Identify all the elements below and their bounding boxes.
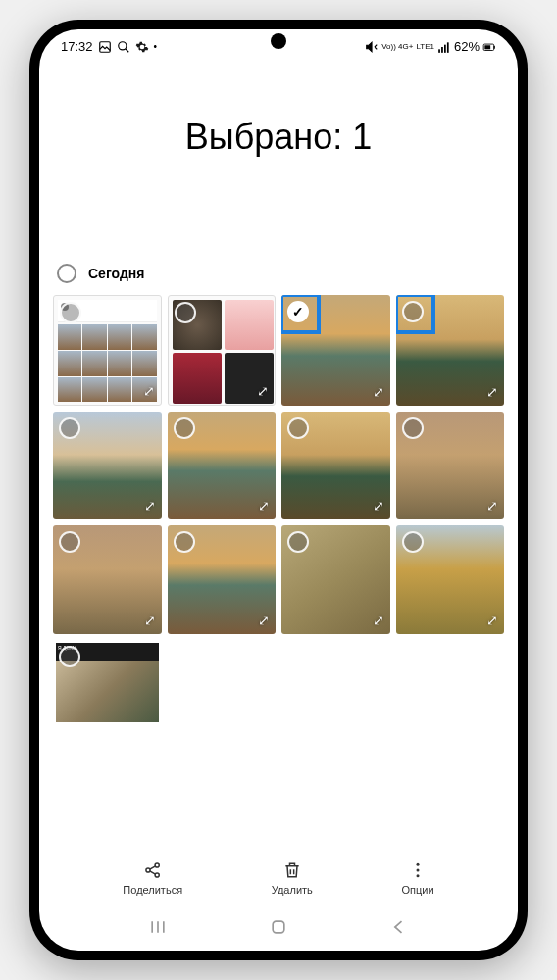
search-icon xyxy=(117,40,130,54)
photo-thumbnail[interactable]: Я ДОМА xyxy=(53,640,162,749)
photo-thumbnail[interactable]: ⤢ xyxy=(168,295,277,406)
section-title: Сегодня xyxy=(88,266,144,281)
svg-point-12 xyxy=(417,863,420,866)
select-checkbox[interactable] xyxy=(287,531,309,553)
options-button[interactable]: Опции xyxy=(402,860,434,896)
battery-label: 62% xyxy=(454,39,480,54)
svg-point-13 xyxy=(417,869,420,872)
phone-frame: 17:32 • Vo)) 4G+ LTE1 xyxy=(29,20,528,960)
more-vertical-icon xyxy=(408,860,428,880)
select-checkbox[interactable] xyxy=(59,646,80,667)
select-checkbox[interactable] xyxy=(59,417,80,439)
bottom-action-bar: Поделиться Удалить Опции xyxy=(39,849,518,904)
photo-grid: ⤢⤢⤢⤢⤢⤢⤢⤢⤢⤢⤢⤢Я ДОМА xyxy=(39,291,518,752)
select-checkbox[interactable] xyxy=(402,531,424,553)
trash-icon xyxy=(282,860,302,880)
expand-icon[interactable]: ⤢ xyxy=(486,384,498,400)
photo-thumbnail[interactable]: ⤢ xyxy=(53,412,162,520)
battery-icon xyxy=(482,40,496,54)
share-icon xyxy=(143,860,163,880)
svg-rect-8 xyxy=(494,45,495,48)
select-checkbox[interactable] xyxy=(402,301,424,322)
status-right: Vo)) 4G+ LTE1 62% xyxy=(365,39,496,54)
photo-thumbnail[interactable]: ⤢ xyxy=(396,525,505,634)
svg-point-1 xyxy=(118,41,126,49)
select-checkbox[interactable] xyxy=(174,531,195,553)
delete-label: Удалить xyxy=(272,884,313,896)
home-button[interactable] xyxy=(269,917,288,937)
select-checkbox[interactable] xyxy=(60,302,81,323)
delete-button[interactable]: Удалить xyxy=(272,860,313,896)
expand-icon[interactable]: ⤢ xyxy=(258,612,270,628)
back-button[interactable] xyxy=(389,917,409,937)
svg-rect-3 xyxy=(441,47,443,53)
section-header: Сегодня xyxy=(39,256,518,291)
select-checkbox[interactable] xyxy=(59,531,80,553)
status-dot: • xyxy=(154,41,158,52)
image-icon xyxy=(98,40,112,54)
expand-icon[interactable]: ⤢ xyxy=(144,498,156,514)
photo-thumbnail[interactable]: ⤢ xyxy=(281,412,390,520)
expand-icon[interactable]: ⤢ xyxy=(144,612,156,628)
select-checkbox[interactable] xyxy=(175,302,196,323)
status-left: 17:32 • xyxy=(61,39,157,54)
expand-icon[interactable]: ⤢ xyxy=(373,498,384,514)
expand-icon[interactable]: ⤢ xyxy=(258,498,270,514)
status-time: 17:32 xyxy=(61,39,93,54)
expand-icon[interactable]: ⤢ xyxy=(143,383,155,399)
svg-rect-7 xyxy=(484,45,490,49)
svg-rect-5 xyxy=(447,42,449,53)
selection-count-title: Выбрано: 1 xyxy=(59,117,498,158)
svg-rect-2 xyxy=(438,49,440,53)
photo-thumbnail[interactable]: ⤢ xyxy=(281,295,390,406)
page-header: Выбрано: 1 xyxy=(39,58,518,256)
photo-thumbnail[interactable]: ⤢ xyxy=(281,525,390,634)
checkmark-icon[interactable] xyxy=(287,301,309,322)
share-button[interactable]: Поделиться xyxy=(123,860,182,896)
select-checkbox[interactable] xyxy=(402,417,424,439)
photo-thumbnail[interactable]: ⤢ xyxy=(53,525,162,634)
svg-point-14 xyxy=(417,874,420,877)
photo-thumbnail[interactable]: ⤢ xyxy=(396,295,505,406)
expand-icon[interactable]: ⤢ xyxy=(257,383,269,399)
photo-thumbnail[interactable]: ⤢ xyxy=(168,412,277,520)
system-nav-bar xyxy=(39,904,518,951)
screen: 17:32 • Vo)) 4G+ LTE1 xyxy=(39,29,518,951)
mute-icon xyxy=(365,40,379,54)
network-label: Vo)) 4G+ xyxy=(381,43,413,51)
signal-icon xyxy=(437,40,451,54)
camera-notch xyxy=(271,33,286,49)
options-label: Опции xyxy=(402,884,434,896)
photo-thumbnail[interactable]: ⤢ xyxy=(168,525,277,634)
expand-icon[interactable]: ⤢ xyxy=(373,612,384,628)
svg-rect-4 xyxy=(444,44,446,52)
select-all-checkbox[interactable] xyxy=(57,264,76,283)
recents-button[interactable] xyxy=(148,917,168,937)
expand-icon[interactable]: ⤢ xyxy=(486,612,498,628)
share-label: Поделиться xyxy=(123,884,182,896)
expand-icon[interactable]: ⤢ xyxy=(486,498,498,514)
photo-thumbnail[interactable]: ⤢ xyxy=(396,412,505,520)
select-checkbox[interactable] xyxy=(287,417,309,439)
select-checkbox[interactable] xyxy=(174,417,195,439)
expand-icon[interactable]: ⤢ xyxy=(373,384,384,400)
svg-rect-15 xyxy=(273,921,284,933)
gear-icon xyxy=(135,40,149,54)
photo-thumbnail[interactable]: ⤢ xyxy=(53,295,162,406)
carrier-label: LTE1 xyxy=(416,43,434,51)
